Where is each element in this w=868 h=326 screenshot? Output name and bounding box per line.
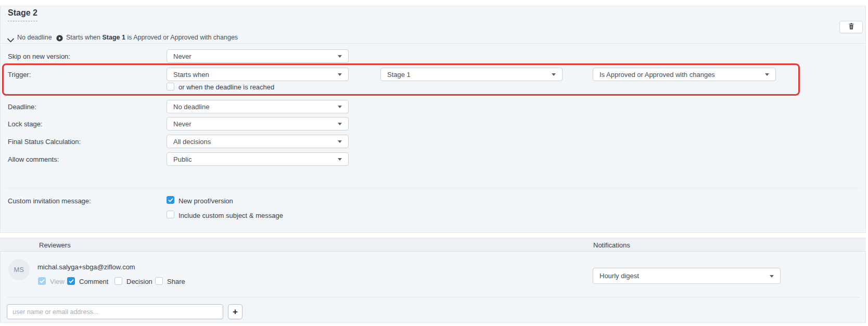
trigger-stage-select[interactable]: Stage 1 (380, 68, 563, 81)
header-divider (0, 43, 866, 44)
permission-comment-checkbox[interactable] (67, 277, 75, 285)
allow-comments-select[interactable]: Public (167, 152, 349, 166)
custom-invitation-label: Custom invitation message: (8, 197, 91, 205)
checkmark-icon (69, 279, 74, 283)
add-reviewer-input[interactable] (7, 304, 223, 319)
play-circle-icon (56, 34, 63, 44)
reviewer-email: michal.salyga+sbga@ziflow.com (37, 263, 135, 271)
final-status-select[interactable]: All decisions (167, 135, 349, 148)
plus-icon: + (233, 307, 238, 316)
permission-decision-checkbox[interactable] (114, 277, 122, 285)
lock-stage-select[interactable]: Never (167, 117, 349, 131)
summary-trigger-stage: Stage 1 (103, 34, 125, 41)
deadline-label: Deadline: (8, 103, 36, 111)
permission-decision-label: Decision (126, 278, 152, 285)
summary-trigger: Starts when Stage 1 is Approved or Appro… (66, 34, 238, 41)
permission-share-checkbox[interactable] (155, 277, 163, 285)
form-section-divider (6, 188, 860, 188)
delete-stage-button[interactable] (839, 21, 863, 33)
lock-stage-label: Lock stage: (8, 120, 43, 128)
stage-title: Stage 2 (8, 8, 37, 21)
final-status-label: Final Status Calculation: (8, 138, 81, 146)
reviewer-avatar: MS (8, 259, 30, 280)
permission-view-checkbox (38, 277, 46, 285)
trigger-event-select[interactable]: Starts when (167, 68, 349, 81)
reviewers-header: Reviewers (39, 241, 71, 249)
include-custom-subject-label: Include custom subject & message (178, 212, 283, 219)
trigger-deadline-checkbox[interactable] (167, 83, 174, 90)
trash-icon (848, 22, 854, 32)
permission-share-label: Share (167, 278, 185, 285)
include-custom-subject-checkbox[interactable] (167, 211, 174, 218)
permission-view-label: View (50, 278, 65, 285)
skip-on-new-version-label: Skip on new version: (8, 53, 70, 60)
allow-comments-label: Allow comments: (8, 155, 59, 163)
trigger-condition-select[interactable]: Is Approved or Approved with changes (593, 68, 776, 81)
checkmark-icon (168, 198, 173, 202)
deadline-select[interactable]: No deadline (167, 100, 349, 113)
notifications-header: Notifications (593, 241, 630, 249)
add-reviewer-button[interactable]: + (228, 304, 242, 319)
notification-frequency-select[interactable]: Hourly digest (593, 268, 781, 284)
new-proof-version-label: New proof/version (178, 197, 233, 205)
skip-on-new-version-select[interactable]: Never (167, 49, 349, 63)
stage-configuration-page: Stage 2 No deadline Starts when Stage 1 … (0, 0, 868, 326)
trigger-deadline-label: or when the deadline is reached (178, 83, 274, 91)
reviewer-list-divider (7, 297, 860, 297)
checkmark-icon (40, 279, 45, 283)
summary-deadline: No deadline (17, 34, 52, 41)
section-header-band: Reviewers Notifications (0, 238, 866, 252)
permission-comment-label: Comment (79, 278, 108, 285)
new-proof-version-checkbox[interactable] (167, 196, 174, 204)
trigger-label: Trigger: (8, 71, 31, 79)
